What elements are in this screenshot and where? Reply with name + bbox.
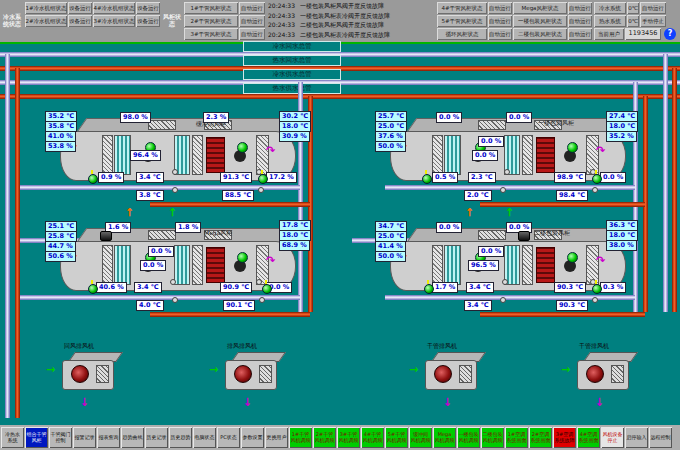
toolbar-button[interactable]: 报表查询 bbox=[97, 427, 120, 448]
valve-icon[interactable] bbox=[262, 280, 271, 293]
fan-run-lamp-icon bbox=[237, 252, 248, 263]
fan-icon bbox=[434, 365, 452, 383]
valve-icon[interactable] bbox=[88, 170, 97, 183]
fan-status-cell: 自动运行 bbox=[568, 15, 592, 27]
riser-pipe bbox=[672, 68, 677, 312]
cooling-coil-icon bbox=[114, 245, 131, 285]
chiller-status-cell: 设备运行 bbox=[136, 15, 160, 27]
toolbar-button[interactable]: Mega 风机调频 bbox=[433, 427, 456, 448]
value-box: 50.0 % bbox=[375, 251, 406, 262]
help-button[interactable]: ? bbox=[664, 28, 676, 40]
alarm-row: 20:24:33一楼包装风柜表冷阀开度反馈故障 bbox=[268, 12, 434, 21]
value-box: 0.0 % bbox=[436, 112, 462, 123]
valve-icon[interactable] bbox=[258, 170, 267, 183]
branch-pipe bbox=[480, 312, 645, 317]
value-box: 88.5 ℃ bbox=[222, 190, 254, 201]
filter-panel-icon bbox=[102, 135, 113, 175]
exhaust-fan-unit[interactable] bbox=[577, 352, 633, 390]
cooling-coil-icon bbox=[444, 245, 461, 285]
toolbar-button[interactable]: 历史记录 bbox=[145, 427, 168, 448]
fan-status-cell: 1#干管风柜状态 bbox=[184, 2, 238, 14]
ahu-grille bbox=[148, 120, 176, 130]
fan-status-cell: 4#干管风柜状态 bbox=[437, 2, 487, 14]
toolbar-button[interactable]: 5#干管 风机调频 bbox=[385, 427, 408, 448]
riser-pipe bbox=[15, 68, 20, 418]
valve-icon[interactable] bbox=[424, 280, 433, 293]
value-box: 0.0 % bbox=[140, 260, 166, 271]
exhaust-fan-unit[interactable] bbox=[225, 352, 281, 390]
valve-icon[interactable] bbox=[592, 170, 601, 183]
toolbar-button[interactable]: 4#干管 风机调频 bbox=[361, 427, 384, 448]
sensor-icon bbox=[172, 297, 178, 303]
toolbar-button[interactable]: 4#空调 系统画面 bbox=[577, 427, 600, 448]
toolbar-button[interactable]: 2#空调 系统画面 bbox=[529, 427, 552, 448]
value-box: 3.4 ℃ bbox=[136, 172, 164, 183]
toolbar-button[interactable]: 一楼包装 风机调频 bbox=[457, 427, 480, 448]
value-box: 0.3 % bbox=[600, 282, 626, 293]
heating-coil-icon bbox=[206, 137, 225, 173]
cooling-coil-icon bbox=[444, 135, 461, 175]
toolbar-button[interactable]: 干管阀门 控制 bbox=[49, 427, 72, 448]
toolbar-button[interactable]: 参数设置 bbox=[241, 427, 264, 448]
toolbar-button[interactable]: 2#干管 风机调频 bbox=[313, 427, 336, 448]
ahu-grille bbox=[478, 120, 506, 130]
alarm-time: 20:24:33 bbox=[268, 31, 295, 38]
value-box: 0.5 % bbox=[432, 172, 458, 183]
value-box: 2.0 ℃ bbox=[464, 190, 492, 201]
ahu-grille bbox=[478, 230, 506, 240]
cold-water-temp: 0℃ bbox=[627, 2, 639, 14]
toolbar-button[interactable]: 风机设备 停止 bbox=[601, 427, 624, 448]
value-box: 0.0 % bbox=[600, 172, 626, 183]
exhaust-fan-unit[interactable] bbox=[62, 352, 118, 390]
alarm-text: 二楼包装风柜风阀开度反馈故障 bbox=[300, 21, 384, 28]
alarm-text: 二楼包装风柜表冷阀开度反馈故障 bbox=[300, 31, 390, 38]
fan-status-cell: 二楼包装风柜状态 bbox=[513, 28, 567, 40]
value-box: 1.8 % bbox=[175, 222, 201, 233]
toolbar-button[interactable]: 电脑状态 bbox=[193, 427, 216, 448]
flow-arrow-icon: → bbox=[409, 364, 418, 375]
outlet-air-arrow-icon: ↷ bbox=[266, 144, 275, 157]
fan-status-cell: 自动运行 bbox=[568, 28, 592, 40]
alarm-row: 20:24:33一楼包装风柜风阀开度反馈故障 bbox=[268, 2, 434, 11]
value-box: 91.3 ℃ bbox=[220, 172, 252, 183]
toolbar-button[interactable]: 3#空调 系统故障 bbox=[553, 427, 576, 448]
toolbar-button[interactable]: 冷热水 系统 bbox=[1, 427, 24, 448]
value-box: 0.0 % bbox=[436, 222, 462, 233]
toolbar-button[interactable]: 1#空调 系统画面 bbox=[505, 427, 528, 448]
valve-icon[interactable] bbox=[88, 280, 97, 293]
toolbar-button[interactable]: 远程控制 bbox=[649, 427, 672, 448]
ahu-name: 二楼包装风柜 bbox=[534, 229, 570, 238]
value-box: 53.8 % bbox=[45, 141, 76, 152]
toolbar-button[interactable]: 二楼包装 风机调频 bbox=[481, 427, 504, 448]
filter-panel-icon bbox=[522, 135, 533, 175]
value-box: 50.6 % bbox=[45, 251, 76, 262]
toolbar-button[interactable]: 缓冲间 风机调频 bbox=[409, 427, 432, 448]
value-box: 17.2 % bbox=[266, 172, 297, 183]
valve-icon[interactable] bbox=[592, 280, 601, 293]
exhaust-fan-unit[interactable] bbox=[425, 352, 481, 390]
flow-arrow-icon: → bbox=[594, 397, 605, 406]
value-box: 96.5 % bbox=[468, 260, 499, 271]
value-box: 0.0 % bbox=[472, 150, 498, 161]
value-box: 3.4 ℃ bbox=[134, 282, 162, 293]
fan-run-lamp-icon bbox=[567, 142, 578, 153]
toolbar-button[interactable]: 3#干管 风机调频 bbox=[337, 427, 360, 448]
toolbar-button[interactable]: 趋势曲线 bbox=[121, 427, 144, 448]
fan-status-cell: 5#干管风柜状态 bbox=[437, 15, 487, 27]
outlet-air-arrow-icon: ↷ bbox=[596, 144, 605, 157]
alarm-row: 20:24:33二楼包装风柜风阀开度反馈故障 bbox=[268, 21, 434, 30]
toolbar-button[interactable]: 组合干管 风柜 bbox=[25, 427, 48, 448]
chiller-status-cell: 1#冷水机组状态 bbox=[25, 2, 67, 14]
pump-icon bbox=[518, 231, 530, 241]
sensor-icon bbox=[592, 297, 598, 303]
valve-icon[interactable] bbox=[422, 170, 431, 183]
toolbar-button[interactable]: 报警记录 bbox=[73, 427, 96, 448]
heating-coil-icon bbox=[536, 247, 555, 283]
toolbar-button[interactable]: 历史趋势 bbox=[169, 427, 192, 448]
toolbar-button[interactable]: 更换用户 bbox=[265, 427, 288, 448]
fan-status-cell: 自动运行 bbox=[488, 2, 512, 14]
toolbar-button[interactable]: PC状态 bbox=[217, 427, 240, 448]
toolbar-button[interactable]: 启停输入 bbox=[625, 427, 648, 448]
sensor-icon bbox=[170, 279, 176, 285]
toolbar-button[interactable]: 1#干管 风机调频 bbox=[289, 427, 312, 448]
